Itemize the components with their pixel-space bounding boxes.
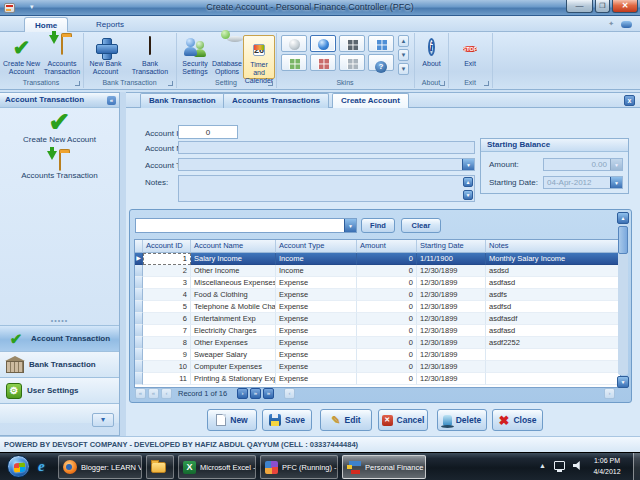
skin-tile-sphere-blue-selected[interactable] <box>310 35 336 52</box>
grid-cell[interactable]: 0 <box>357 289 417 301</box>
grid-cell[interactable]: asdfasd <box>486 277 621 289</box>
volume-icon[interactable] <box>573 461 582 470</box>
grid-cell[interactable]: Entertainment Exp <box>191 313 276 325</box>
grid-cell[interactable]: 7 <box>143 325 191 337</box>
taskbar-clock[interactable]: 1:06 PM 4/4/2012 <box>584 455 630 477</box>
grid-cell[interactable]: Computer Expenses <box>191 361 276 373</box>
chevron-down-icon[interactable]: ▼ <box>344 219 356 232</box>
record-next-icon[interactable]: › <box>237 388 248 399</box>
account-type-select[interactable]: ▼ <box>178 158 475 171</box>
dialog-launcher-icon[interactable] <box>440 81 445 86</box>
grid-cell[interactable]: 12/30/1899 <box>417 277 486 289</box>
starting-date-field[interactable]: 04-Apr-2012▼ <box>543 176 623 189</box>
sidebar-shortcut-accounts-transaction[interactable]: Accounts Transaction <box>0 153 119 180</box>
tab-close-icon[interactable]: x <box>624 95 635 106</box>
exit-button[interactable]: Exit <box>454 35 486 79</box>
dialog-launcher-icon[interactable] <box>484 81 489 86</box>
grid-cell[interactable]: asdfasdf <box>486 313 621 325</box>
skin-tile-sphere-silver[interactable] <box>281 35 307 52</box>
show-hidden-icons-icon[interactable]: ▲ <box>539 462 546 469</box>
amount-field[interactable]: 0.00▼ <box>543 158 623 171</box>
grid-cell[interactable]: 0 <box>357 301 417 313</box>
hscroll-right-icon[interactable]: › <box>604 388 615 399</box>
dialog-launcher-icon[interactable] <box>168 81 173 86</box>
edit-button[interactable]: ✎Edit <box>320 409 372 431</box>
table-row[interactable]: 8Other ExpensesExpense012/30/1899asdf225… <box>135 337 620 349</box>
find-button[interactable]: Find <box>361 218 395 233</box>
skin-tile-squares-blue[interactable] <box>368 35 394 52</box>
grid-cell[interactable]: 12/30/1899 <box>417 373 486 385</box>
grid-cell[interactable] <box>486 373 621 385</box>
close-button[interactable]: ✕ <box>612 0 638 13</box>
column-header[interactable]: Account Type <box>276 240 357 253</box>
column-header[interactable]: Starting Date <box>417 240 486 253</box>
grid-cell[interactable]: Expense <box>276 349 357 361</box>
grid-cell[interactable]: Expense <box>276 277 357 289</box>
taskbar-button-explorer[interactable] <box>146 455 174 479</box>
grid-cell[interactable]: Monthly Salary Income <box>486 253 621 265</box>
grid-cell[interactable]: 0 <box>357 337 417 349</box>
grid-cell[interactable]: Salary Income <box>191 253 276 265</box>
dialog-launcher-icon[interactable] <box>268 81 273 86</box>
column-header[interactable]: Notes <box>486 240 621 253</box>
table-row[interactable]: 10Computer ExpensesExpense012/30/1899 <box>135 361 620 373</box>
grid-cell[interactable]: 12/30/1899 <box>417 301 486 313</box>
delete-button[interactable]: Delete <box>437 409 487 431</box>
grid-cell[interactable]: Expense <box>276 373 357 385</box>
grid-cell[interactable]: Expense <box>276 301 357 313</box>
grid-cell[interactable]: 12/30/1899 <box>417 289 486 301</box>
table-row[interactable]: 3Miscellaneous ExpensesExpense012/30/189… <box>135 277 620 289</box>
grid-cell[interactable]: asdf2252 <box>486 337 621 349</box>
table-row[interactable]: 4Food & ClothingExpense012/30/1899asdfs <box>135 289 620 301</box>
new-button[interactable]: New <box>207 409 257 431</box>
skins-scroll-up-icon[interactable]: ▲ <box>398 35 409 47</box>
doc-tab-create-account[interactable]: Create Account <box>332 93 409 108</box>
sidebar-overflow-chevron-icon[interactable]: ▾ <box>92 413 114 427</box>
security-settings-button[interactable]: Security Settings <box>179 35 211 79</box>
grid-cell[interactable] <box>486 349 621 361</box>
grid-cell[interactable]: asdsd <box>486 265 621 277</box>
cancel-button[interactable]: Cancel <box>378 409 428 431</box>
grid-cell[interactable]: Expense <box>276 325 357 337</box>
grid-cell[interactable]: 0 <box>357 361 417 373</box>
grid-cell[interactable]: Expense <box>276 313 357 325</box>
scroll-down-icon[interactable]: ▼ <box>463 190 473 200</box>
sidebar-item-user-settings[interactable]: User Settings <box>0 377 119 403</box>
account-name-field[interactable] <box>178 141 475 154</box>
table-row[interactable]: 11Printing & Stationary ExpExpense012/30… <box>135 373 620 385</box>
scroll-up-icon[interactable]: ▲ <box>617 212 629 224</box>
grid-cell[interactable]: Sweaper Salary <box>191 349 276 361</box>
minimize-button[interactable]: — <box>566 0 593 13</box>
grid-cell[interactable]: 12/30/1899 <box>417 361 486 373</box>
column-header[interactable]: Account Name <box>191 240 276 253</box>
grid-cell[interactable]: asdfasd <box>486 325 621 337</box>
doc-tab-accounts-transactions[interactable]: Accounts Transactions <box>223 93 329 108</box>
tab-reports[interactable]: Reports <box>86 17 134 32</box>
tab-home[interactable]: Home <box>24 17 68 32</box>
grid-cell[interactable]: asdfsd <box>486 301 621 313</box>
table-row[interactable]: 6Entertainment ExpExpense012/30/1899asdf… <box>135 313 620 325</box>
internet-explorer-icon[interactable]: e <box>38 458 45 475</box>
grid-cell[interactable]: Income <box>276 265 357 277</box>
record-next-page-icon[interactable]: » <box>250 388 261 399</box>
grid-cell[interactable]: Other Income <box>191 265 276 277</box>
grid-cell[interactable]: 1 <box>143 253 191 265</box>
column-header[interactable]: Amount <box>357 240 417 253</box>
skins-scroll-down-icon[interactable]: ▼ <box>398 49 409 61</box>
sidebar-item-account-transaction[interactable]: ✔ Account Transaction <box>0 325 119 351</box>
create-new-account-button[interactable]: ✔ Create New Account <box>2 35 41 79</box>
taskbar-button-pfc-running[interactable]: PFC (Running) - ... <box>260 455 338 479</box>
grid-cell[interactable]: 5 <box>143 301 191 313</box>
new-bank-account-button[interactable]: New Bank Account <box>87 35 124 79</box>
grid-cell[interactable]: 0 <box>357 313 417 325</box>
grid-cell[interactable]: 1/11/1900 <box>417 253 486 265</box>
grid-cell[interactable]: asdfs <box>486 289 621 301</box>
grid-cell[interactable]: 12/30/1899 <box>417 325 486 337</box>
grid-cell[interactable]: Income <box>276 253 357 265</box>
about-button[interactable]: About <box>416 35 447 79</box>
clear-button[interactable]: Clear <box>401 218 441 233</box>
search-combobox[interactable]: ▼ <box>135 218 357 233</box>
grid-cell[interactable]: 0 <box>357 325 417 337</box>
chevron-down-icon[interactable]: ▼ <box>462 159 474 170</box>
taskbar-button-microsoft-excel[interactable]: Microsoft Excel - ... <box>178 455 256 479</box>
